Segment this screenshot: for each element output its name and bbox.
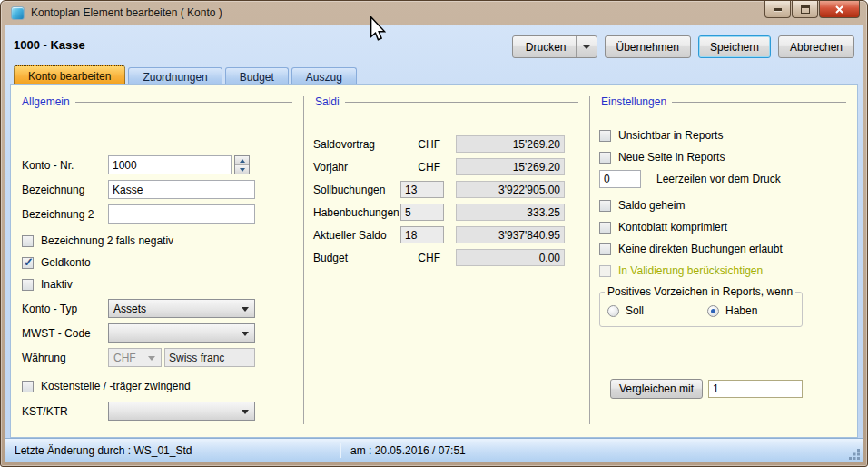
budget-row: Budget CHF 0.00 bbox=[313, 249, 577, 266]
inaktiv-checkbox[interactable] bbox=[22, 279, 34, 291]
soll-label: Soll bbox=[626, 304, 644, 317]
drucken-label: Drucken bbox=[513, 41, 576, 54]
habenbuchungen-value: 333.25 bbox=[456, 204, 565, 221]
soll-option[interactable]: Soll bbox=[607, 304, 707, 317]
budget-value: 0.00 bbox=[456, 249, 565, 266]
tab-budget[interactable]: Budget bbox=[225, 67, 289, 86]
validierung-checkbox bbox=[599, 265, 611, 277]
mwst-code-select[interactable] bbox=[108, 323, 255, 343]
close-button[interactable] bbox=[819, 1, 860, 18]
tab-zuordnungen[interactable]: Zuordnungen bbox=[128, 67, 222, 86]
keine-buchungen-row: Keine direkten Buchungen erlaubt bbox=[599, 243, 857, 255]
bezeichnung2-label: Bezeichnung 2 bbox=[22, 208, 108, 221]
saldo-geheim-checkbox[interactable] bbox=[599, 200, 611, 212]
abbrechen-button[interactable]: Abbrechen bbox=[778, 35, 854, 58]
haben-label: Haben bbox=[725, 304, 757, 317]
leerzeilen-label: Leerzeilen vor dem Druck bbox=[656, 173, 781, 185]
stepper-up-button[interactable] bbox=[235, 156, 249, 164]
group-rule bbox=[345, 102, 578, 103]
vorjahr-currency: CHF bbox=[400, 161, 444, 174]
keine-buchungen-label: Keine direkten Buchungen erlaubt bbox=[618, 243, 783, 255]
geldkonto-checkbox[interactable] bbox=[22, 257, 34, 269]
chevron-down-icon bbox=[583, 45, 590, 49]
bezeichnung-input[interactable] bbox=[108, 180, 255, 199]
kst-ktr-label: KST/KTR bbox=[22, 405, 108, 418]
waehrung-name: Swiss franc bbox=[169, 352, 224, 364]
konto-typ-row: Konto - Typ Assets bbox=[22, 299, 303, 318]
vergleichen-mit-button[interactable]: Vergleichen mit bbox=[610, 379, 703, 399]
stepper-down-button[interactable] bbox=[235, 164, 249, 174]
unsichtbar-label: Unsichtbar in Reports bbox=[618, 129, 723, 142]
geldkonto-label: Geldkonto bbox=[41, 256, 91, 269]
group-rule bbox=[672, 102, 846, 103]
kst-ktr-row: KST/KTR bbox=[22, 402, 303, 421]
aktueller-saldo-count: 18 bbox=[400, 226, 444, 243]
window-title: Kontoplan Element bearbeiten ( Konto ) bbox=[31, 6, 222, 19]
haben-radio[interactable] bbox=[707, 305, 719, 317]
vorzeichen-options: Soll Haben bbox=[607, 304, 802, 317]
resize-grip[interactable] bbox=[849, 448, 861, 460]
konto-typ-select[interactable]: Assets bbox=[108, 299, 255, 318]
account-title: 1000 - Kasse bbox=[14, 38, 85, 52]
vorzeichen-title: Positives Vorzeichen in Reports, wenn bbox=[605, 285, 795, 298]
neue-seite-row: Neue Seite in Reports bbox=[599, 151, 857, 164]
allgemein-panel: Allgemein Konto - Nr. Bezeichnung bbox=[11, 85, 303, 437]
kostenstelle-checkbox[interactable] bbox=[22, 381, 34, 392]
uebernehmen-button[interactable]: Übernehmen bbox=[605, 35, 691, 58]
budget-label: Budget bbox=[313, 252, 400, 264]
tab-konto-bearbeiten[interactable]: Konto bearbeiten bbox=[14, 65, 125, 86]
einstellungen-group-header: Einstellungen bbox=[601, 95, 846, 108]
unsichtbar-row: Unsichtbar in Reports bbox=[599, 129, 857, 142]
habenbuchungen-row: Habenbuchungen 5 333.25 bbox=[313, 204, 577, 221]
action-buttons: Drucken Übernehmen Speichern Abbrechen bbox=[512, 35, 854, 58]
bezeichnung-row: Bezeichnung bbox=[22, 180, 303, 199]
aktueller-saldo-value: 3'937'840.95 bbox=[456, 226, 565, 243]
bezeichnung2-negativ-row: Bezeichnung 2 falls negativ bbox=[22, 234, 303, 247]
vorjahr-row: Vorjahr CHF 15'269.20 bbox=[313, 158, 577, 175]
status-last-change: Letzte Änderung durch : WS_01_Std bbox=[15, 444, 340, 457]
bezeichnung2-negativ-checkbox[interactable] bbox=[22, 235, 34, 247]
keine-buchungen-checkbox[interactable] bbox=[599, 243, 611, 255]
soll-radio[interactable] bbox=[607, 305, 619, 317]
budget-currency: CHF bbox=[400, 252, 444, 264]
drucken-dropdown[interactable] bbox=[576, 36, 597, 57]
titlebar[interactable]: Kontoplan Element bearbeiten ( Konto ) bbox=[1, 1, 867, 25]
drucken-button[interactable]: Drucken bbox=[512, 35, 597, 58]
konto-typ-label: Konto - Typ bbox=[22, 303, 108, 315]
neue-seite-checkbox[interactable] bbox=[599, 152, 611, 164]
saldovortrag-row: Saldovortrag CHF 15'269.20 bbox=[313, 135, 577, 153]
maximize-button[interactable] bbox=[792, 1, 818, 18]
speichern-button[interactable]: Speichern bbox=[698, 35, 771, 58]
sollbuchungen-label: Sollbuchungen bbox=[313, 184, 400, 196]
saldovortrag-value: 15'269.20 bbox=[456, 135, 565, 153]
vorzeichen-groupbox: Positives Vorzeichen in Reports, wenn So… bbox=[599, 292, 803, 327]
kst-ktr-select[interactable] bbox=[108, 402, 255, 421]
habenbuchungen-count: 5 bbox=[400, 204, 444, 221]
haben-option[interactable]: Haben bbox=[707, 304, 757, 317]
tab-bar: Konto bearbeiten Zuordnungen Budget Ausz… bbox=[14, 65, 357, 86]
minimize-button[interactable] bbox=[764, 1, 791, 18]
waehrung-label: Währung bbox=[22, 352, 108, 364]
kontoblatt-checkbox[interactable] bbox=[599, 222, 611, 234]
kontoblatt-row: Kontoblatt komprimiert bbox=[599, 221, 857, 234]
minimize-icon bbox=[774, 8, 782, 11]
saldo-geheim-label: Saldo geheim bbox=[618, 199, 685, 212]
tab-auszug[interactable]: Auszug bbox=[291, 67, 357, 86]
einstellungen-panel: Einstellungen Unsichtbar in Reports Neue… bbox=[590, 85, 857, 437]
inaktiv-label: Inaktiv bbox=[41, 278, 73, 291]
einstellungen-title: Einstellungen bbox=[601, 95, 666, 108]
bezeichnung2-input[interactable] bbox=[108, 204, 255, 224]
konto-nr-row: Konto - Nr. bbox=[22, 155, 303, 174]
konto-nr-label: Konto - Nr. bbox=[22, 159, 108, 172]
leerzeilen-input[interactable] bbox=[599, 170, 641, 188]
kontoblatt-label: Kontoblatt komprimiert bbox=[618, 221, 727, 234]
allgemein-title: Allgemein bbox=[22, 95, 70, 108]
konto-typ-value: Assets bbox=[113, 303, 146, 315]
aktueller-saldo-row: Aktueller Saldo 18 3'937'840.95 bbox=[313, 226, 577, 243]
waehrung-name-field: Swiss franc bbox=[164, 348, 255, 367]
unsichtbar-checkbox[interactable] bbox=[599, 130, 611, 142]
vergleichen-input[interactable] bbox=[708, 380, 803, 398]
konto-nr-input[interactable] bbox=[108, 155, 232, 174]
validierung-label: In Validierung berücksichtigen bbox=[618, 264, 763, 277]
saldovortrag-currency: CHF bbox=[400, 138, 444, 151]
